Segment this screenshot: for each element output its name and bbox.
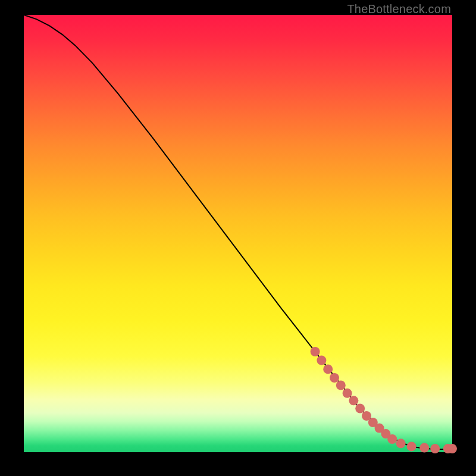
data-marker [387, 434, 397, 444]
bottleneck-curve [24, 15, 452, 449]
data-marker [311, 347, 320, 356]
data-marker [396, 439, 406, 448]
data-marker [343, 389, 352, 398]
curve-layer [24, 15, 452, 452]
data-marker [355, 404, 365, 414]
data-marker [317, 356, 326, 365]
data-marker [330, 373, 339, 383]
data-marker [419, 443, 429, 453]
data-marker [336, 381, 346, 390]
curve-markers [311, 347, 457, 453]
data-marker [323, 364, 333, 374]
attribution-text: TheBottleneck.com [347, 2, 451, 16]
plot-area [24, 15, 452, 452]
data-marker [430, 444, 440, 453]
data-marker [447, 444, 457, 453]
chart-frame: TheBottleneck.com [0, 0, 476, 476]
data-marker [349, 396, 358, 405]
data-marker [407, 441, 416, 451]
